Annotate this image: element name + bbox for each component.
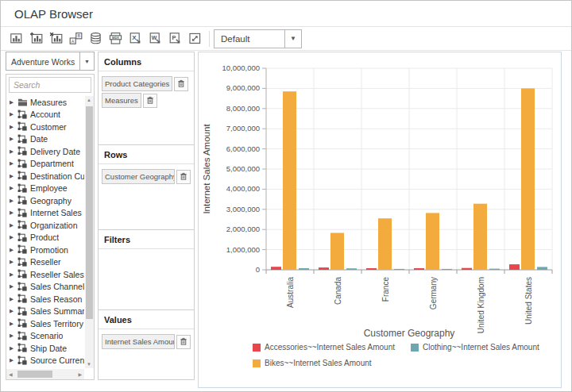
bar[interactable]: [378, 218, 392, 270]
bar[interactable]: [473, 204, 487, 270]
tree-item-ship-date[interactable]: ▶Ship Date: [6, 342, 84, 355]
tree-item-sales-territory[interactable]: ▶Sales Territory: [6, 317, 84, 330]
add-report-button[interactable]: [26, 29, 45, 48]
bar[interactable]: [426, 213, 439, 270]
expand-arrow-icon[interactable]: ▶: [10, 198, 17, 204]
tree-item-delivery-date[interactable]: ▶Delivery Date: [6, 145, 84, 158]
scrollbar-thumb[interactable]: [86, 106, 93, 319]
mdx-query-button[interactable]: MDX: [106, 29, 125, 48]
bar[interactable]: [299, 268, 309, 270]
rename-report-button[interactable]: AB: [66, 29, 85, 48]
tree-item-scenario[interactable]: ▶Scenario: [6, 330, 84, 343]
tree-item-date[interactable]: ▶Date: [6, 133, 84, 146]
tree-item-sales-summary[interactable]: ▶Sales Summary: [6, 306, 84, 318]
export-excel-button[interactable]: X: [126, 29, 145, 48]
legend-item[interactable]: Clothing~~Internet Sales Amount: [411, 343, 539, 352]
tree-item-employee[interactable]: ▶Employee: [6, 183, 84, 195]
bar[interactable]: [414, 268, 424, 270]
tree-item-reseller[interactable]: ▶Reseller: [6, 256, 84, 269]
report-combobox[interactable]: Default ▼: [214, 29, 302, 48]
tree-vertical-scrollbar[interactable]: ▲ ▼: [85, 96, 94, 368]
bar[interactable]: [366, 268, 377, 270]
bar[interactable]: [330, 233, 344, 271]
remove-field-button[interactable]: [143, 94, 157, 108]
expand-arrow-icon[interactable]: ▶: [10, 185, 17, 191]
fullscreen-button[interactable]: [185, 29, 204, 48]
remove-field-button[interactable]: [176, 170, 191, 184]
tree-item-organization[interactable]: ▶Organization: [6, 219, 84, 232]
expand-arrow-icon[interactable]: ▶: [10, 111, 17, 117]
expand-arrow-icon[interactable]: ▶: [10, 357, 17, 363]
tree-item-source-currency[interactable]: ▶Source Currency: [6, 355, 84, 367]
scroll-right-icon[interactable]: ▶: [78, 371, 82, 377]
remove-report-button[interactable]: [46, 29, 65, 48]
tree-item-reseller-sales-order-details[interactable]: ▶Reseller Sales Order Details: [6, 268, 84, 281]
cube-selector[interactable]: Adventure Works ▼: [6, 52, 95, 71]
filters-drop-zone[interactable]: [99, 249, 194, 256]
bar[interactable]: [271, 267, 281, 270]
remove-field-button[interactable]: [174, 77, 188, 91]
expand-arrow-icon[interactable]: ▶: [10, 259, 17, 265]
field-chip[interactable]: Internet Sales Amount: [102, 334, 175, 349]
tree-item-internet-sales-order-details[interactable]: ▶Internet Sales Order Details: [6, 207, 84, 220]
bar[interactable]: [319, 267, 329, 270]
columns-drop-zone[interactable]: Product CategoriesMeasures: [99, 71, 194, 113]
remove-field-button[interactable]: [176, 335, 191, 349]
tree-item-geography[interactable]: ▶Geography: [6, 194, 84, 207]
expand-arrow-icon[interactable]: ▶: [10, 148, 17, 155]
values-drop-zone[interactable]: Internet Sales Amount: [99, 329, 194, 354]
bar[interactable]: [442, 269, 452, 270]
expand-arrow-icon[interactable]: ▶: [10, 345, 17, 352]
field-chip[interactable]: Customer Geography: [102, 169, 175, 184]
cube-selector-dropdown-button[interactable]: ▼: [79, 52, 94, 70]
legend-item[interactable]: Bikes~~Internet Sales Amount: [253, 359, 372, 367]
scroll-up-icon[interactable]: ▲: [87, 98, 91, 102]
tree-item-destination-currency[interactable]: ▶Destination Currency: [6, 170, 84, 183]
bar[interactable]: [346, 268, 357, 270]
bar[interactable]: [537, 267, 547, 270]
tree-item-department[interactable]: ▶Department: [6, 158, 84, 171]
scroll-down-icon[interactable]: ▼: [87, 362, 91, 367]
export-word-button[interactable]: W: [145, 29, 164, 48]
tree-item-account[interactable]: ▶Account: [6, 109, 84, 121]
scroll-left-icon[interactable]: ◀: [9, 371, 13, 377]
expand-arrow-icon[interactable]: ▶: [10, 332, 17, 339]
report-combobox-dropdown-button[interactable]: ▼: [284, 30, 301, 48]
expand-arrow-icon[interactable]: ▶: [10, 247, 17, 253]
tree-item-product[interactable]: ▶Product: [6, 232, 84, 244]
expand-arrow-icon[interactable]: ▶: [10, 160, 17, 167]
scrollbar-thumb[interactable]: [17, 371, 52, 378]
search-input[interactable]: [9, 77, 91, 93]
bar[interactable]: [489, 269, 500, 270]
bar[interactable]: [283, 91, 296, 270]
expand-arrow-icon[interactable]: ▶: [10, 271, 17, 278]
expand-arrow-icon[interactable]: ▶: [10, 124, 17, 130]
bar[interactable]: [521, 88, 535, 270]
expand-arrow-icon[interactable]: ▶: [10, 99, 17, 106]
tree-item-sales-reason[interactable]: ▶Sales Reason: [6, 293, 84, 306]
tree-item-customer[interactable]: ▶Customer: [6, 121, 84, 133]
expand-arrow-icon[interactable]: ▶: [10, 308, 17, 314]
bar[interactable]: [509, 264, 520, 270]
expand-arrow-icon[interactable]: ▶: [10, 136, 17, 142]
field-chip[interactable]: Measures: [102, 93, 141, 108]
bar[interactable]: [462, 268, 472, 270]
tree-item-sales-channel[interactable]: ▶Sales Channel: [6, 281, 84, 294]
tree-item-promotion[interactable]: ▶Promotion: [6, 244, 84, 256]
chart-button[interactable]: [6, 29, 25, 48]
tree-item-measures[interactable]: ▶Measures: [6, 96, 84, 109]
expand-arrow-icon[interactable]: ▶: [10, 209, 17, 216]
expand-arrow-icon[interactable]: ▶: [10, 283, 17, 290]
field-chip[interactable]: Product Categories: [102, 76, 172, 91]
expand-arrow-icon[interactable]: ▶: [10, 321, 17, 327]
connect-db-button[interactable]: [86, 29, 105, 48]
expand-arrow-icon[interactable]: ▶: [10, 296, 17, 302]
export-pdf-button[interactable]: P: [165, 29, 184, 48]
legend-item[interactable]: Accessories~~Internet Sales Amount: [253, 343, 395, 352]
rows-drop-zone[interactable]: Customer Geography: [99, 164, 194, 189]
expand-arrow-icon[interactable]: ▶: [10, 222, 17, 229]
expand-arrow-icon[interactable]: ▶: [10, 234, 17, 240]
tree-horizontal-scrollbar[interactable]: ◀ ▶: [6, 369, 84, 379]
expand-arrow-icon[interactable]: ▶: [10, 173, 17, 179]
bar[interactable]: [394, 269, 404, 270]
